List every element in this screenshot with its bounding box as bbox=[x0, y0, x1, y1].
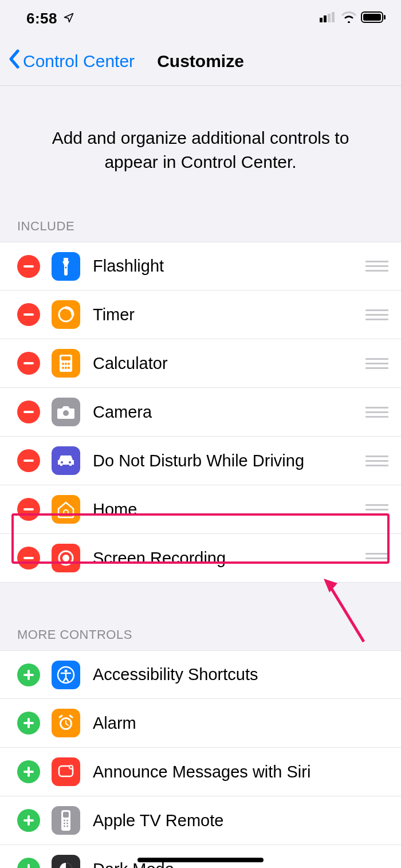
battery-icon bbox=[361, 11, 386, 25]
accessibility-icon bbox=[52, 661, 80, 689]
add-button[interactable] bbox=[17, 760, 40, 783]
add-button[interactable] bbox=[17, 663, 40, 686]
add-button[interactable] bbox=[17, 858, 40, 868]
remove-button[interactable] bbox=[17, 303, 40, 326]
row-accessibility-shortcuts: Accessibility Shortcuts bbox=[0, 650, 401, 699]
row-calculator: Calculator bbox=[0, 339, 401, 388]
section-header-more: MORE CONTROLS bbox=[0, 623, 401, 650]
row-flashlight: Flashlight bbox=[0, 242, 401, 290]
row-dnd-driving: Do Not Disturb While Driving bbox=[0, 437, 401, 485]
svg-rect-21 bbox=[23, 411, 34, 413]
svg-point-30 bbox=[62, 555, 69, 561]
svg-rect-36 bbox=[23, 722, 34, 724]
apple-tv-remote-icon bbox=[52, 806, 80, 835]
remove-button[interactable] bbox=[17, 547, 40, 569]
row-label: Accessibility Shortcuts bbox=[93, 665, 388, 684]
svg-point-52 bbox=[66, 826, 68, 827]
remove-button[interactable] bbox=[17, 352, 40, 375]
section-header-include: INCLUDE bbox=[0, 214, 401, 242]
svg-point-15 bbox=[62, 363, 64, 365]
svg-rect-3 bbox=[332, 12, 335, 22]
svg-rect-32 bbox=[23, 674, 34, 676]
row-label: Screen Recording bbox=[93, 549, 365, 568]
reorder-handle[interactable] bbox=[365, 260, 388, 273]
reorder-handle[interactable] bbox=[365, 356, 388, 370]
row-label: Do Not Disturb While Driving bbox=[93, 451, 365, 470]
reorder-handle[interactable] bbox=[365, 405, 388, 419]
svg-point-16 bbox=[65, 363, 67, 365]
row-label: Announce Messages with Siri bbox=[93, 763, 388, 781]
chevron-left-icon bbox=[8, 49, 21, 73]
status-time: 6:58 bbox=[26, 10, 57, 28]
svg-point-47 bbox=[64, 820, 65, 822]
svg-rect-8 bbox=[64, 258, 68, 261]
svg-rect-2 bbox=[328, 14, 331, 22]
row-label: Timer bbox=[93, 305, 365, 324]
svg-point-34 bbox=[65, 669, 68, 672]
reorder-handle[interactable] bbox=[365, 308, 388, 321]
page-title: Customize bbox=[157, 52, 244, 71]
remove-button[interactable] bbox=[17, 255, 40, 278]
row-label: Home bbox=[93, 500, 365, 519]
add-button[interactable] bbox=[17, 809, 40, 832]
row-home: Home bbox=[0, 485, 401, 534]
svg-point-48 bbox=[66, 820, 68, 822]
row-apple-tv-remote: Apple TV Remote bbox=[0, 796, 401, 845]
remove-button[interactable] bbox=[17, 498, 40, 521]
back-label: Control Center bbox=[23, 52, 135, 71]
home-icon bbox=[52, 495, 80, 524]
svg-point-50 bbox=[66, 823, 68, 824]
svg-rect-1 bbox=[324, 15, 327, 22]
back-button[interactable]: Control Center bbox=[8, 49, 135, 73]
row-timer: Timer bbox=[0, 290, 401, 339]
svg-point-51 bbox=[64, 826, 65, 827]
svg-point-24 bbox=[61, 461, 63, 464]
svg-rect-7 bbox=[23, 265, 34, 268]
dark-mode-icon bbox=[52, 855, 80, 868]
svg-rect-46 bbox=[63, 812, 69, 818]
intro-text: Add and organize additional controls to … bbox=[0, 86, 401, 214]
row-alarm: Alarm bbox=[0, 699, 401, 748]
announce-messages-icon bbox=[52, 757, 80, 786]
alarm-icon bbox=[52, 709, 80, 737]
car-icon bbox=[52, 446, 80, 475]
row-label: Apple TV Remote bbox=[93, 811, 388, 830]
svg-point-18 bbox=[62, 367, 64, 369]
svg-rect-23 bbox=[23, 459, 34, 462]
svg-point-27 bbox=[64, 510, 68, 514]
row-camera: Camera bbox=[0, 388, 401, 437]
svg-point-22 bbox=[63, 410, 69, 416]
add-button[interactable] bbox=[17, 712, 40, 735]
svg-rect-5 bbox=[363, 14, 381, 21]
cellular-signal-icon bbox=[320, 12, 337, 25]
reorder-handle[interactable] bbox=[365, 551, 388, 565]
wifi-icon bbox=[341, 11, 356, 25]
more-list: Accessibility Shortcuts Alarm Announce M… bbox=[0, 650, 401, 868]
remove-button[interactable] bbox=[17, 449, 40, 472]
flashlight-icon bbox=[52, 252, 80, 281]
row-label: Flashlight bbox=[93, 257, 365, 276]
svg-rect-6 bbox=[384, 15, 386, 19]
row-label: Calculator bbox=[93, 354, 365, 373]
svg-rect-40 bbox=[23, 771, 34, 773]
home-indicator bbox=[137, 858, 264, 862]
timer-icon bbox=[52, 300, 80, 329]
reorder-handle[interactable] bbox=[365, 454, 388, 468]
calculator-icon bbox=[52, 349, 80, 378]
svg-rect-53 bbox=[27, 864, 30, 868]
svg-point-49 bbox=[64, 823, 65, 824]
row-label: Camera bbox=[93, 403, 365, 422]
svg-point-19 bbox=[65, 367, 67, 369]
status-bar: 6:58 bbox=[0, 0, 401, 37]
row-label: Alarm bbox=[93, 714, 388, 733]
nav-bar: Control Center Customize bbox=[0, 37, 401, 86]
reorder-handle[interactable] bbox=[365, 502, 388, 516]
camera-icon bbox=[52, 398, 80, 426]
svg-rect-12 bbox=[23, 362, 34, 364]
screen-recording-icon bbox=[52, 544, 80, 572]
remove-button[interactable] bbox=[17, 400, 40, 423]
location-icon bbox=[63, 10, 74, 28]
row-announce-messages: Announce Messages with Siri bbox=[0, 748, 401, 796]
include-list: Flashlight Timer Calculator Camera bbox=[0, 242, 401, 583]
svg-point-17 bbox=[68, 363, 70, 365]
